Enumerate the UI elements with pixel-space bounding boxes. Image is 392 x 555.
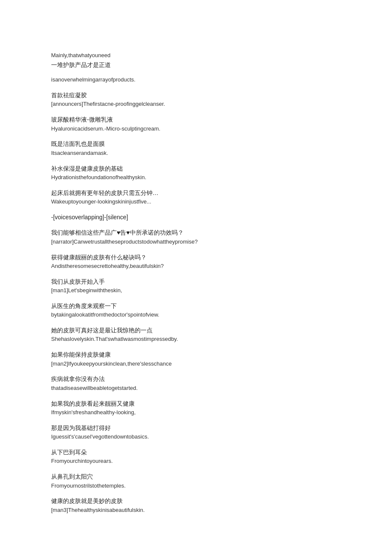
english-text: Ifmyskin'sfreshandhealthy-looking, (51, 408, 341, 417)
transcript-block: 从下巴到耳朵Fromyourchintoyourears. (51, 447, 341, 466)
chinese-text: 如果你能保持皮肤健康 (51, 350, 341, 359)
transcript-block: 如果我的皮肤看起来靓丽又健康Ifmyskin'sfreshandhealthy-… (51, 399, 341, 417)
transcript-block: 如果你能保持皮肤健康[man2]Ifyoukeepyourskinclean,t… (51, 350, 341, 368)
chinese-text: 从下巴到耳朵 (51, 447, 341, 457)
chinese-text: -[voicesoverlapping]-[silence] (51, 212, 341, 222)
english-text: Itsacleanserandamask. (51, 149, 341, 158)
english-text: [narrator]Canwetrustalltheseproductstodo… (51, 238, 341, 247)
transcript-block: 获得健康靓丽的皮肤有什么秘诀吗？Andistheresomesecrettohe… (51, 253, 341, 271)
english-text: bytakingalookatitfromthedoctor'spointofv… (51, 311, 341, 320)
chinese-text: 起床后就拥有更年轻的皮肤只需五分钟… (51, 188, 341, 198)
chinese-text: 获得健康靓丽的皮肤有什么秘诀吗？ (51, 253, 341, 262)
chinese-text: 我们能够相信这些产品广♥告♥中所承诺的功效吗？ (51, 228, 341, 237)
english-text: Shehaslovelyskin.That'swhatIwasmostimpre… (51, 335, 341, 344)
chinese-text: 从医生的角度来观察一下 (51, 301, 341, 311)
transcript-block: 健康的皮肤就是美妙的皮肤[man3]Thehealthyskinisabeaut… (51, 496, 341, 514)
transcript-block: 她的皮肤可真好这是最让我惊艳的一点Shehaslovelyskin.That's… (51, 325, 341, 344)
chinese-text: 那是因为我基础打得好 (51, 423, 341, 433)
english-text: Wakeuptoyounger-lookingskininjustfive... (51, 198, 341, 206)
english-text: [man1]Let'sbeginwiththeskin, (51, 286, 341, 295)
english-text: Fromyournostrilstothetemples. (51, 482, 341, 491)
chinese-text: 既是洁面乳也是面膜 (51, 139, 341, 148)
english-text: Hyaluronicacidserum.-Micro-sculptingcrea… (51, 125, 341, 134)
chinese-text: 从鼻孔到太阳穴 (51, 472, 341, 481)
chinese-text: 我们从皮肤开始入手 (51, 277, 341, 286)
transcript-block: 既是洁面乳也是面膜Itsacleanserandamask. (51, 139, 341, 157)
english-text: Hydrationisthefoundationofhealthyskin. (51, 173, 341, 182)
transcript-block: 首款祛痘凝胶[announcers]Thefirstacne-proofingg… (51, 90, 341, 109)
transcript-block: 我们从皮肤开始入手[man1]Let'sbeginwiththeskin, (51, 277, 341, 295)
transcript-block: Mainly,thatwhatyouneed一堆护肤产品才是正道 (51, 51, 341, 70)
transcript-block: 从医生的角度来观察一下bytakingalookatitfromthedocto… (51, 301, 341, 320)
english-text: thatadiseasewillbeabletogetstarted. (51, 384, 341, 393)
transcript-block: -[voicesoverlapping]-[silence] (51, 212, 341, 222)
transcript-block: isanoverwhelmingarrayofproducts. (51, 76, 341, 84)
english-text: [man2]Ifyoukeepyourskinclean,there'sless… (51, 360, 341, 369)
english-text: Iguessit's'causeI'vegottendowntobasics. (51, 433, 341, 442)
transcript-block: 玻尿酸精华液-微雕乳液Hyaluronicacidserum.-Micro-sc… (51, 115, 341, 133)
chinese-text: 健康的皮肤就是美妙的皮肤 (51, 496, 341, 506)
transcript-block: 疾病就拿你没有办法thatadiseasewillbeabletogetstar… (51, 374, 341, 392)
transcript-block: 我们能够相信这些产品广♥告♥中所承诺的功效吗？[narrator]Canwetr… (51, 228, 341, 246)
chinese-text: 玻尿酸精华液-微雕乳液 (51, 115, 341, 124)
chinese-text: 补水保湿是健康皮肤的基础 (51, 164, 341, 173)
chinese-text: 一堆护肤产品才是正道 (51, 60, 341, 70)
transcript-block: 从鼻孔到太阳穴Fromyournostrilstothetemples. (51, 472, 341, 490)
transcript-block: 补水保湿是健康皮肤的基础Hydrationisthefoundationofhe… (51, 164, 341, 182)
chinese-text: 她的皮肤可真好这是最让我惊艳的一点 (51, 325, 341, 335)
transcript-block: 那是因为我基础打得好Iguessit's'causeI'vegottendown… (51, 423, 341, 442)
transcript-block: 起床后就拥有更年轻的皮肤只需五分钟…Wakeuptoyounger-lookin… (51, 188, 341, 206)
transcript-container: Mainly,thatwhatyouneed一堆护肤产品才是正道isanover… (51, 51, 341, 515)
english-text: Fromyourchintoyourears. (51, 457, 341, 466)
english-text: [man3]Thehealthyskinisabeautifulskin. (51, 506, 341, 515)
english-text: [announcers]Thefirstacne-proofinggelclea… (51, 100, 341, 109)
english-text: Andistheresomesecrettohealthy,beautifuls… (51, 262, 341, 271)
english-text: isanoverwhelmingarrayofproducts. (51, 76, 341, 84)
chinese-text: 如果我的皮肤看起来靓丽又健康 (51, 399, 341, 408)
english-text: Mainly,thatwhatyouneed (51, 51, 341, 60)
chinese-text: 疾病就拿你没有办法 (51, 374, 341, 384)
chinese-text: 首款祛痘凝胶 (51, 90, 341, 100)
